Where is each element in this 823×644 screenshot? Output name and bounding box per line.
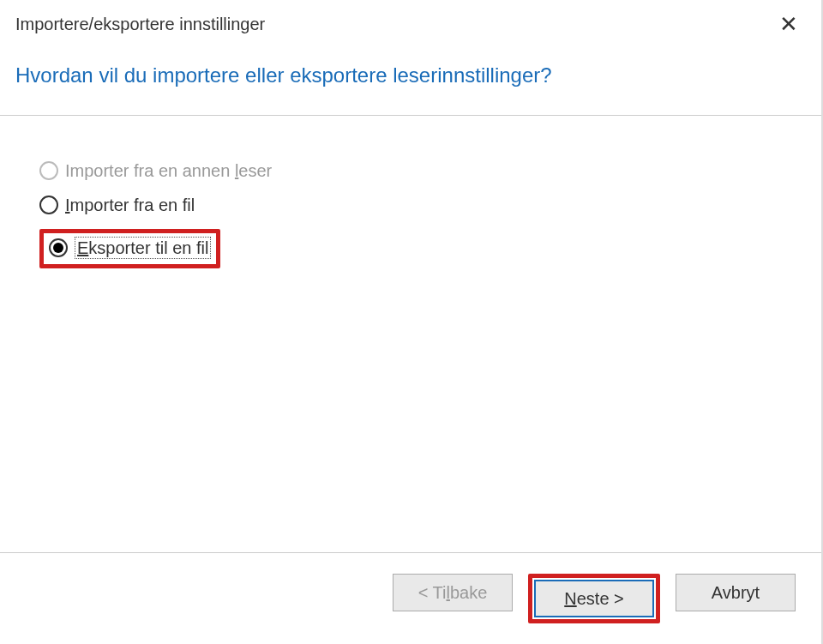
radio-import-from-file[interactable]: Importer fra en fil xyxy=(39,195,806,215)
close-icon[interactable]: ✕ xyxy=(772,7,806,41)
dialog-title: Importere/eksportere innstillinger xyxy=(15,15,265,34)
highlight-next-button: Neste > xyxy=(528,574,660,623)
highlight-export-option: Eksporter til en fil xyxy=(39,229,220,268)
radio-label: Eksporter til en fil xyxy=(75,237,211,259)
next-button[interactable]: Neste > xyxy=(534,580,654,617)
radio-icon xyxy=(39,161,58,180)
header: Hvordan vil du importere eller eksporter… xyxy=(0,45,821,116)
content-area: Importer fra en annen leser Importer fra… xyxy=(0,116,821,552)
radio-icon[interactable] xyxy=(49,238,68,257)
radio-label: Importer fra en annen leser xyxy=(65,160,272,181)
back-button: < Tilbake xyxy=(393,574,513,611)
cancel-button[interactable]: Avbryt xyxy=(676,574,796,611)
import-export-dialog: Importere/eksportere innstillinger ✕ Hvo… xyxy=(0,0,823,644)
header-question: Hvordan vil du importere eller eksporter… xyxy=(15,63,806,87)
footer: < Tilbake Neste > Avbryt xyxy=(0,552,821,644)
radio-icon[interactable] xyxy=(39,196,58,214)
radio-label: Importer fra en fil xyxy=(65,195,195,215)
radio-export-to-file[interactable]: Eksporter til en fil xyxy=(49,237,211,259)
radio-import-from-browser: Importer fra en annen leser xyxy=(39,160,806,181)
titlebar: Importere/eksportere innstillinger ✕ xyxy=(0,0,821,45)
